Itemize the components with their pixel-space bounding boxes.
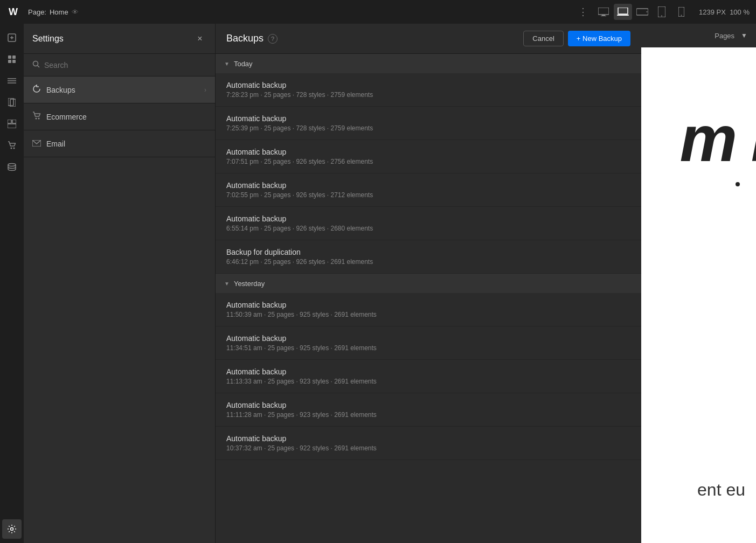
svg-text:W: W (9, 6, 18, 17)
backups-nav-label: Backups (46, 86, 75, 94)
backup-name: Backup for duplication (226, 248, 630, 256)
backup-item[interactable]: Automatic backup 11:11:28 am · 25 pages … (216, 393, 641, 427)
preview-area: Pages ▼ m i ent eu (641, 24, 756, 543)
help-icon[interactable]: ? (268, 34, 278, 44)
svg-point-34 (38, 117, 40, 119)
svg-rect-25 (8, 120, 11, 123)
cms-icon[interactable] (2, 157, 22, 177)
backup-item[interactable]: Automatic backup 11:50:39 am · 25 pages … (216, 293, 641, 326)
page-name: Home (50, 8, 68, 16)
assets-icon[interactable] (2, 114, 22, 134)
backup-meta: 11:13:33 am · 25 pages · 923 styles · 26… (226, 378, 630, 385)
backup-item[interactable]: Automatic backup 7:02:55 pm · 25 pages ·… (216, 173, 641, 207)
ecommerce-nav-label: Ecommerce (46, 113, 87, 121)
backup-meta: 7:25:39 pm · 25 pages · 728 styles · 275… (226, 124, 630, 132)
logo: W (6, 4, 22, 19)
backup-item[interactable]: Automatic backup 11:13:33 am · 25 pages … (216, 360, 641, 393)
icon-rail (0, 24, 24, 543)
visibility-icon: 👁 (72, 8, 79, 16)
backup-name: Automatic backup (226, 334, 630, 343)
svg-rect-17 (8, 60, 11, 63)
email-nav-icon (32, 139, 41, 149)
backup-item[interactable]: Automatic backup 7:07:51 pm · 25 pages ·… (216, 140, 641, 173)
backup-name: Automatic backup (226, 81, 630, 89)
today-section-label: Today (234, 60, 253, 68)
svg-point-7 (647, 11, 648, 12)
cancel-button[interactable]: Cancel (523, 31, 563, 46)
yesterday-section-label: Yesterday (234, 280, 265, 288)
backup-meta: 11:11:28 am · 25 pages · 923 styles · 26… (226, 411, 630, 419)
backup-name: Automatic backup (226, 148, 630, 156)
sidebar-item-ecommerce[interactable]: Ecommerce (24, 103, 215, 130)
more-options-icon[interactable]: ⋮ (576, 4, 590, 20)
backup-meta: 7:07:51 pm · 25 pages · 926 styles · 275… (226, 158, 630, 165)
svg-rect-4 (618, 8, 628, 14)
close-button[interactable]: × (193, 32, 206, 45)
backup-item[interactable]: Automatic backup 11:34:51 am · 25 pages … (216, 326, 641, 360)
yesterday-section-header[interactable]: ▼ Yesterday (216, 274, 641, 293)
backup-meta: 11:50:39 am · 25 pages · 925 styles · 26… (226, 311, 630, 318)
preview-dropdown-icon[interactable]: ▼ (741, 32, 747, 39)
add-section-icon[interactable] (2, 28, 22, 47)
mobile-icon[interactable] (672, 4, 690, 20)
canvas-size: 1239 PX 100 % (699, 8, 750, 16)
settings-header: Settings × (24, 24, 215, 54)
preview-large-text: m i (680, 101, 756, 176)
backup-name: Automatic backup (226, 114, 630, 123)
preview-content: m i ent eu (641, 47, 756, 543)
components-rail-icon[interactable] (2, 50, 22, 69)
pages-icon[interactable] (2, 93, 22, 112)
main-layout: Settings × Backups › Ecommerce (0, 24, 756, 543)
laptop-icon[interactable] (614, 4, 632, 20)
backup-name: Automatic backup (226, 301, 630, 309)
preview-topbar: Pages ▼ (641, 24, 756, 47)
email-nav-label: Email (46, 140, 65, 148)
backups-panel: Backups ? Cancel + New Backup ▼ Today Au… (216, 24, 641, 543)
settings-rail-icon[interactable] (2, 519, 22, 539)
new-backup-button[interactable]: + New Backup (568, 31, 630, 46)
settings-panel: Settings × Backups › Ecommerce (24, 24, 216, 543)
page-info: Page: Home 👁 (28, 8, 79, 16)
tablet-landscape-icon[interactable] (633, 4, 651, 20)
sidebar-item-backups[interactable]: Backups › (24, 76, 215, 103)
svg-point-30 (11, 528, 13, 531)
desktop-icon[interactable] (594, 4, 613, 20)
backup-item[interactable]: Backup for duplication 6:46:12 pm · 25 p… (216, 240, 641, 274)
svg-rect-3 (601, 16, 606, 16)
backup-item[interactable]: Automatic backup 7:28:23 pm · 25 pages ·… (216, 73, 641, 107)
svg-rect-18 (12, 60, 16, 63)
preview-pages-label: Pages (715, 32, 734, 40)
backup-item[interactable]: Automatic backup 7:25:39 pm · 25 pages ·… (216, 107, 641, 140)
backup-meta: 6:55:14 pm · 25 pages · 926 styles · 268… (226, 225, 630, 232)
yesterday-collapse-icon: ▼ (224, 281, 230, 287)
svg-point-31 (33, 61, 38, 66)
svg-point-27 (11, 148, 12, 149)
preview-dot (736, 182, 740, 186)
search-box (24, 54, 215, 76)
search-input[interactable] (44, 61, 206, 69)
svg-point-11 (681, 15, 682, 16)
backup-item[interactable]: Automatic backup 6:55:14 pm · 25 pages ·… (216, 207, 641, 240)
today-section-header[interactable]: ▼ Today (216, 54, 641, 73)
sidebar-item-email[interactable]: Email (24, 130, 215, 157)
backup-name: Automatic backup (226, 367, 630, 376)
backup-item[interactable]: Automatic backup 10:37:32 am · 25 pages … (216, 427, 641, 460)
svg-point-9 (661, 16, 662, 17)
backups-title: Backups (226, 33, 263, 44)
tablet-portrait-icon[interactable] (653, 4, 671, 20)
backups-chevron-icon: › (204, 86, 206, 94)
backup-name: Automatic backup (226, 401, 630, 409)
backup-meta: 10:37:32 am · 25 pages · 922 styles · 26… (226, 444, 630, 452)
ecommerce-rail-icon[interactable] (2, 136, 22, 155)
settings-title: Settings (32, 34, 64, 44)
svg-rect-15 (8, 55, 11, 59)
backup-name: Automatic backup (226, 434, 630, 443)
svg-rect-5 (617, 15, 629, 16)
backup-name: Automatic backup (226, 181, 630, 190)
backups-nav-icon (32, 85, 41, 95)
device-switcher (594, 4, 690, 20)
navigator-icon[interactable] (2, 71, 22, 90)
svg-point-33 (36, 117, 37, 119)
ecommerce-nav-icon (32, 112, 41, 122)
backup-name: Automatic backup (226, 214, 630, 223)
